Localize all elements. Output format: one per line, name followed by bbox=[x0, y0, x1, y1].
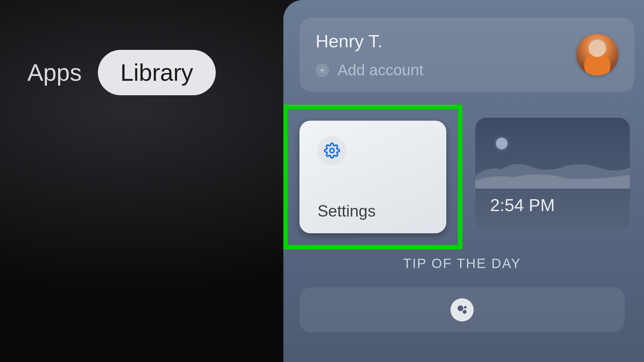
account-card[interactable]: Henry T. + Add account bbox=[299, 18, 634, 92]
quick-settings-panel: Henry T. + Add account Settings bbox=[283, 0, 644, 362]
user-name: Henry T. bbox=[316, 31, 423, 51]
weather-tile[interactable]: 2:54 PM bbox=[475, 118, 630, 230]
plus-icon: + bbox=[316, 63, 329, 77]
tile-row: Settings 2:54 PM bbox=[299, 106, 644, 249]
tab-apps[interactable]: Apps bbox=[27, 59, 82, 86]
time-label: 2:54 PM bbox=[490, 195, 555, 215]
gear-icon-circle bbox=[317, 136, 346, 165]
moon-icon bbox=[496, 138, 507, 149]
settings-tile[interactable]: Settings bbox=[299, 121, 446, 233]
settings-label: Settings bbox=[317, 202, 433, 220]
mountain-illustration bbox=[475, 150, 630, 189]
gear-icon bbox=[324, 143, 340, 159]
tip-card[interactable] bbox=[299, 287, 625, 332]
top-nav-tabs: Apps Library bbox=[27, 50, 216, 95]
tab-library[interactable]: Library bbox=[98, 50, 216, 95]
tip-of-day-heading: TIP OF THE DAY bbox=[299, 256, 625, 271]
highlight-box: Settings bbox=[283, 105, 462, 249]
add-account-button[interactable]: + Add account bbox=[316, 61, 423, 79]
assistant-icon bbox=[450, 298, 474, 321]
avatar[interactable] bbox=[576, 34, 618, 76]
account-info: Henry T. + Add account bbox=[316, 31, 423, 79]
svg-point-0 bbox=[330, 148, 334, 153]
add-account-label: Add account bbox=[337, 61, 423, 79]
